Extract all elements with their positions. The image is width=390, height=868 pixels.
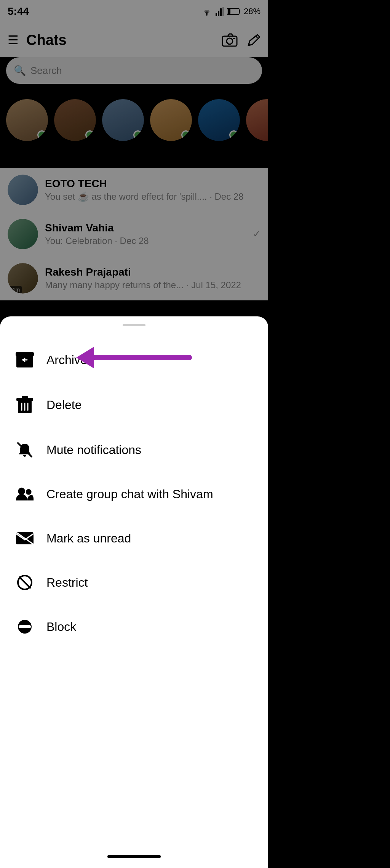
svg-rect-27 bbox=[19, 625, 31, 628]
sheet-handle bbox=[123, 324, 145, 326]
bottom-sheet: Archive Delete Mute notifications Cre bbox=[0, 316, 268, 868]
menu-item-delete[interactable]: Delete bbox=[0, 382, 268, 428]
restrict-icon bbox=[15, 574, 34, 591]
svg-point-20 bbox=[18, 488, 25, 495]
home-indicator bbox=[107, 855, 161, 858]
unread-label: Mark as unread bbox=[46, 531, 131, 546]
delete-icon bbox=[15, 396, 34, 414]
arrow-head bbox=[76, 347, 94, 368]
block-label: Block bbox=[46, 620, 76, 634]
menu-item-restrict[interactable]: Restrict bbox=[0, 560, 268, 605]
svg-line-25 bbox=[19, 577, 30, 588]
delete-label: Delete bbox=[46, 398, 82, 412]
block-icon bbox=[15, 618, 34, 635]
mute-icon bbox=[15, 441, 34, 458]
menu-item-mute[interactable]: Mute notifications bbox=[0, 428, 268, 472]
group-icon bbox=[15, 486, 34, 502]
restrict-label: Restrict bbox=[46, 576, 88, 590]
menu-item-unread[interactable]: Mark as unread bbox=[0, 516, 268, 560]
menu-item-block[interactable]: Block bbox=[0, 605, 268, 649]
dim-overlay bbox=[0, 0, 268, 316]
arrow-line bbox=[93, 355, 192, 360]
mute-label: Mute notifications bbox=[46, 443, 141, 457]
group-label: Create group chat with Shivam bbox=[46, 487, 213, 501]
menu-item-group[interactable]: Create group chat with Shivam bbox=[0, 472, 268, 516]
unread-icon bbox=[15, 530, 34, 547]
svg-rect-12 bbox=[16, 352, 34, 356]
svg-point-21 bbox=[26, 489, 32, 495]
svg-rect-15 bbox=[22, 396, 28, 399]
nav-bar bbox=[0, 845, 268, 868]
purple-arrow bbox=[76, 347, 192, 368]
archive-icon bbox=[15, 351, 34, 368]
